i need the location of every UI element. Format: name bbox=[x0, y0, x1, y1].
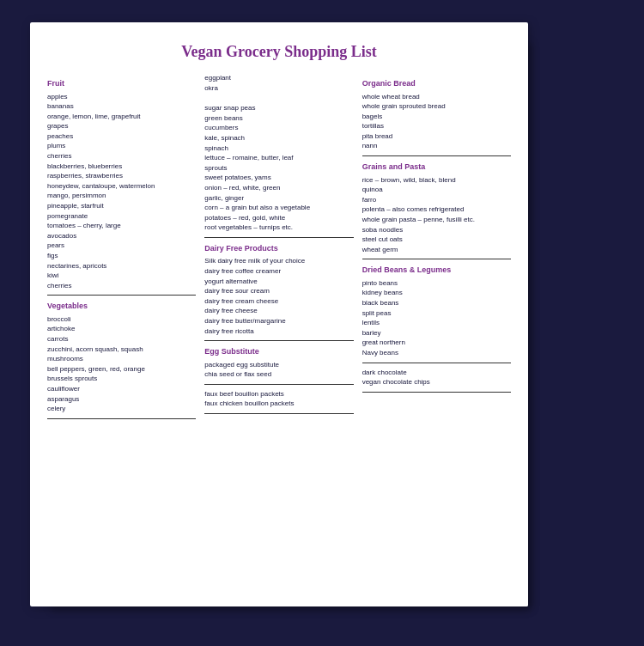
list-item: Silk dairy free milk of your choice bbox=[204, 256, 353, 266]
divider bbox=[362, 363, 511, 363]
list-item: dairy free sour cream bbox=[204, 286, 353, 296]
page-main: Vegan Grocery Shopping List Fruitapplesb… bbox=[30, 22, 528, 606]
list-item: rice – brown, wild, black, blend bbox=[362, 175, 511, 186]
list-item: split peas bbox=[362, 308, 511, 319]
divider bbox=[204, 340, 353, 341]
list-item: dairy free ricotta bbox=[204, 326, 353, 337]
list-item: faux chicken bouillon packets bbox=[204, 399, 353, 409]
divider bbox=[362, 259, 511, 259]
list-item: cauliflower bbox=[47, 384, 196, 394]
list-item: bagels bbox=[362, 112, 511, 122]
list-item: okra bbox=[204, 83, 353, 94]
list-item: figs bbox=[47, 251, 196, 261]
column-3: Organic Breadwhole wheat breadwhole grai… bbox=[362, 73, 511, 424]
section-heading: Vegetables bbox=[47, 301, 196, 313]
divider bbox=[362, 155, 511, 156]
list-item: potatoes – red, gold, white bbox=[204, 213, 353, 223]
list-item: sugar snap peas bbox=[204, 103, 353, 113]
list-item: mango, persimmon bbox=[47, 191, 196, 201]
list-item: grapes bbox=[47, 121, 196, 131]
list-item: pomegranate bbox=[47, 211, 196, 222]
divider bbox=[204, 384, 353, 385]
list-item: nectarines, apricots bbox=[47, 261, 196, 271]
list-item: great northern bbox=[362, 338, 511, 348]
list-item: spinach bbox=[204, 143, 353, 154]
list-item: faux beef bouillon packets bbox=[204, 389, 353, 399]
section-heading: Grains and Pasta bbox=[362, 162, 511, 174]
divider bbox=[204, 237, 353, 238]
list-item: lentils bbox=[362, 318, 511, 328]
list-item: kale, spinach bbox=[204, 133, 353, 143]
list-item: dairy free butter/margarine bbox=[204, 316, 353, 326]
list-item: pita bread bbox=[362, 131, 511, 142]
list-item: carrots bbox=[47, 334, 196, 344]
list-item: dark chocolate bbox=[362, 368, 511, 378]
list-item: sweet potatoes, yams bbox=[204, 173, 353, 183]
list-item: pineapple, starfruit bbox=[47, 201, 196, 211]
list-item: cherries bbox=[47, 151, 196, 162]
list-item: mushrooms bbox=[47, 354, 196, 364]
list-item: tomatoes – cherry, large bbox=[47, 221, 196, 231]
list-item: kiwi bbox=[47, 271, 196, 281]
page-title: Vegan Grocery Shopping List bbox=[47, 43, 511, 61]
section-heading: Organic Bread bbox=[362, 78, 511, 90]
list-item: steel cut oats bbox=[362, 235, 511, 245]
section-heading: Dried Beans & Legumes bbox=[362, 265, 511, 277]
divider bbox=[47, 295, 196, 296]
list-item: pinto beans bbox=[362, 278, 511, 289]
list-item: corn – a grain but also a vegetable bbox=[204, 203, 353, 213]
list-item: blackberries, blueberries bbox=[47, 162, 196, 172]
list-item: sprouts bbox=[204, 163, 353, 174]
list-item: soba noodles bbox=[362, 225, 511, 235]
list-item: brussels sprouts bbox=[47, 374, 196, 384]
list-item: Navy beans bbox=[362, 348, 511, 358]
list-item: peaches bbox=[47, 131, 196, 142]
list-item: dairy free cream cheese bbox=[204, 296, 353, 307]
section-heading: Egg Substitute bbox=[204, 346, 353, 358]
list-item: quinoa bbox=[362, 185, 511, 195]
list-item: whole wheat bread bbox=[362, 92, 511, 102]
list-item: bananas bbox=[47, 101, 196, 112]
list-item: orange, lemon, lime, grapefruit bbox=[47, 112, 196, 122]
list-item: lettuce – romaine, butter, leaf bbox=[204, 153, 353, 163]
content-grid: Fruitapplesbananasorange, lemon, lime, g… bbox=[47, 73, 511, 424]
list-item: barley bbox=[362, 328, 511, 338]
list-item: root vegetables – turnips etc. bbox=[204, 222, 353, 233]
list-item: polenta – also comes refrigerated bbox=[362, 204, 511, 215]
list-item: kidney beans bbox=[362, 288, 511, 298]
list-item: vegan chocolate chips bbox=[362, 377, 511, 387]
list-item: dairy free coffee creamer bbox=[204, 266, 353, 277]
list-item: whole grain pasta – penne, fusilli etc. bbox=[362, 215, 511, 225]
list-item: garlic, ginger bbox=[204, 193, 353, 204]
page-wrapper: Herbs and Spicesoregano, cinnamon, basil… bbox=[30, 22, 614, 624]
list-item: green beans bbox=[204, 113, 353, 124]
list-item: tortillas bbox=[362, 121, 511, 131]
column-2: eggplantokrasugar snap peasgreen beanscu… bbox=[204, 73, 353, 424]
list-item: avocados bbox=[47, 231, 196, 241]
section-heading: Fruit bbox=[47, 78, 196, 90]
list-item: cherries bbox=[47, 281, 196, 291]
list-item: chia seed or flax seed bbox=[204, 369, 353, 380]
list-item: raspberries, strawberries bbox=[47, 171, 196, 181]
list-item: yogurt alternative bbox=[204, 277, 353, 287]
list-item: artichoke bbox=[47, 324, 196, 334]
divider bbox=[204, 413, 353, 414]
list-item: whole grain sprouted bread bbox=[362, 101, 511, 112]
section-heading: Dairy Free Products bbox=[204, 243, 353, 255]
list-item: broccoli bbox=[47, 314, 196, 325]
list-item: cucumbers bbox=[204, 123, 353, 133]
divider bbox=[47, 418, 196, 419]
list-item: nann bbox=[362, 141, 511, 151]
list-item: wheat germ bbox=[362, 245, 511, 255]
list-item: packaged egg substitute bbox=[204, 360, 353, 370]
list-item: honeydew, cantaloupe, watermelon bbox=[47, 181, 196, 192]
list-item: onion – red, white, green bbox=[204, 183, 353, 193]
list-item: dairy free cheese bbox=[204, 306, 353, 316]
divider bbox=[362, 392, 511, 393]
list-item: plums bbox=[47, 141, 196, 151]
list-item: celery bbox=[47, 404, 196, 414]
list-item: asparagus bbox=[47, 394, 196, 405]
list-item: apples bbox=[47, 92, 196, 102]
list-item: pears bbox=[47, 241, 196, 251]
list-item: bell peppers, green, red, orange bbox=[47, 364, 196, 375]
